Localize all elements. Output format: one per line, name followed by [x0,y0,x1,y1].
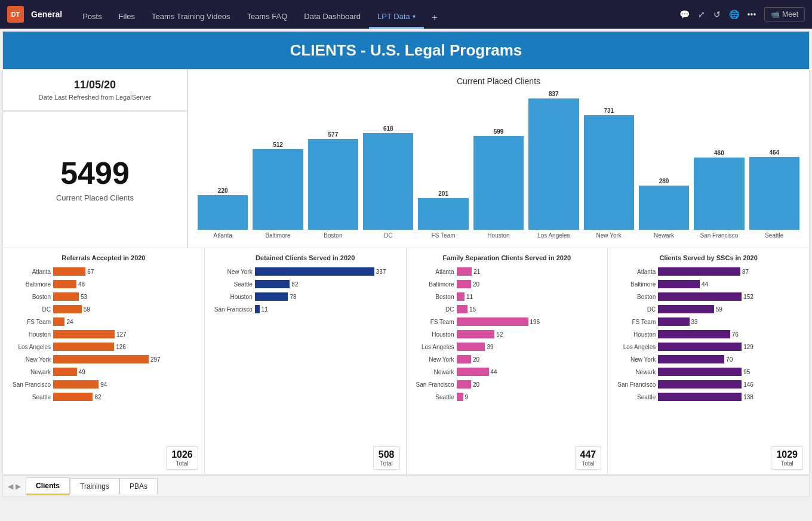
hbar-row: Atlanta 67 [10,266,197,277]
hbar-fill [255,280,290,288]
hbar-val: 76 [732,331,739,338]
hbar-row: Atlanta 87 [615,266,802,277]
main-chart-title: Current Placed Clients [198,76,799,86]
hbar-row: Newark 49 [10,366,197,377]
referrals-title: Referrals Accepted in 2020 [10,254,197,261]
hbar-track: 53 [53,292,197,301]
hbar-val: 82 [94,394,101,400]
detained-total-label: Total [379,460,395,467]
bar-value: 599 [494,128,504,135]
hbar-row: Boston 152 [615,291,802,302]
hbar-label: Boston [10,294,51,300]
hbar-label: Houston [615,331,656,338]
main-bar-chart: 220 Atlanta 512 Baltimore 577 Boston 618… [198,91,799,253]
hbar-track: 152 [658,292,802,301]
tab-teams-training[interactable]: Teams Training Videos [143,6,238,29]
hbar-val: 20 [473,356,479,363]
footer-nav: ◀ ▶ [8,482,21,491]
bar-value: 280 [659,178,669,184]
hbar-fill [53,393,93,401]
hbar-row: Seattle 82 [212,279,399,289]
hbar-val: 95 [743,369,750,375]
hbar-val: 152 [743,294,753,300]
bar-value: 577 [328,131,339,138]
hbar-row: FS Team 33 [615,316,802,327]
footer-tab-trainings[interactable]: Trainings [70,478,119,494]
nav-tabs: Posts Files Teams Training Videos Teams … [74,0,672,29]
family-total-box: 447 Total [575,446,602,470]
hbar-row: San Francisco 20 [414,379,601,390]
hbar-track: 94 [53,380,197,389]
hbar-fill [457,393,463,401]
bar-group: 464 Seattle [749,149,799,239]
hbar-track: 127 [53,330,197,338]
bar-label: Seattle [765,232,783,239]
hbar-fill [255,292,288,301]
hbar-label: FS Team [10,319,51,325]
refresh-icon[interactable]: ↺ [713,10,721,19]
hbar-label: Los Angeles [615,344,656,350]
bar-label: Boston [324,232,342,239]
hbar-row: San Francisco 146 [615,379,802,390]
ssc-total-num: 1029 [776,449,798,460]
hbar-val: 129 [743,344,753,350]
hbar-label: DC [414,306,454,313]
hbar-fill [457,368,489,376]
hbar-fill [53,267,85,276]
chat-icon[interactable]: 💬 [679,10,690,19]
dashboard: CLIENTS - U.S. Legal Programs 11/05/20 D… [2,31,810,497]
hbar-fill [658,292,742,301]
add-tab-button[interactable]: ＋ [424,6,445,29]
hbar-label: DC [10,306,51,313]
footer-next-icon[interactable]: ▶ [16,482,21,491]
hbar-val: 59 [84,306,90,313]
footer-prev-icon[interactable]: ◀ [8,482,13,491]
bar-group: 618 DC [363,125,413,239]
bar-group: 577 Boston [308,131,358,239]
app-name: General [31,10,62,19]
hbar-fill [457,305,467,313]
hbar-fill [53,305,82,313]
expand-icon[interactable]: ⤢ [698,10,705,19]
bar-fill [473,136,524,230]
hbar-val: 94 [100,381,107,388]
globe-icon[interactable]: 🌐 [729,10,739,19]
hbar-val: 59 [716,306,722,313]
bar-value: 837 [549,91,559,97]
footer-tab-clients[interactable]: Clients [26,477,70,495]
hbar-row: San Francisco 94 [10,379,197,390]
hbar-val: 49 [79,369,85,375]
tab-files[interactable]: Files [110,6,143,29]
hbar-fill [658,393,742,401]
hbar-val: 337 [376,269,386,275]
hbar-fill [53,280,76,288]
more-icon[interactable]: ••• [748,10,756,19]
hbar-label: New York [10,356,51,363]
footer-tab-pbas[interactable]: PBAs [119,478,158,494]
hbar-val: 15 [469,306,476,313]
tab-lpt-data[interactable]: LPT Data ▾ [369,6,424,29]
bar-fill [198,195,248,230]
hbar-row: DC 15 [414,304,601,315]
hbar-val: 20 [473,381,479,388]
tab-posts[interactable]: Posts [74,6,110,29]
top-right-icons: 💬 ⤢ ↺ 🌐 ••• 📹 Meet [679,7,805,21]
hbar-label: Newark [615,369,656,375]
tab-data-dashboard[interactable]: Data Dashboard [296,6,369,29]
hbar-label: Seattle [10,394,51,400]
hbar-label: Los Angeles [10,344,51,350]
hbar-label: Seattle [212,281,253,288]
hbar-fill [658,267,740,276]
meet-button[interactable]: 📹 Meet [764,7,805,21]
hbar-track: 95 [658,368,802,376]
hbar-track: 20 [457,355,601,363]
hbar-val: 11 [466,294,473,300]
hbar-row: FS Team 24 [10,316,197,327]
hbar-track: 44 [457,368,601,376]
bar-fill [528,98,579,230]
hbar-track: 67 [53,267,197,276]
tab-teams-faq[interactable]: Teams FAQ [238,6,296,29]
hbar-track: 78 [255,292,399,301]
hbar-label: Baltimore [414,281,454,288]
hbar-label: Baltimore [615,281,656,288]
